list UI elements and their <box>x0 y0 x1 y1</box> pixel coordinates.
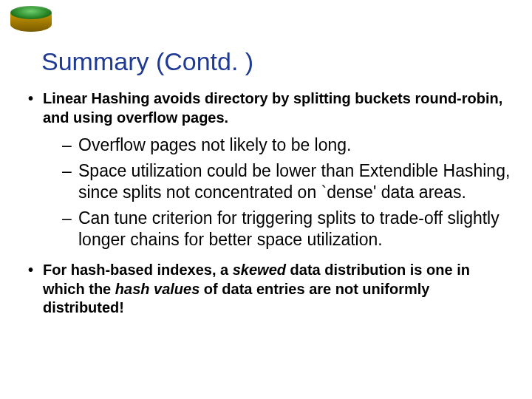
bullet-2: For hash-based indexes, a skewed data di… <box>27 261 511 318</box>
database-globe-icon <box>10 6 52 37</box>
bullet-1-sub-3: Can tune criterion for triggering splits… <box>62 208 511 250</box>
bullet-2-part-1: For hash-based indexes, a <box>43 262 233 278</box>
slide: Summary (Contd. ) Linear Hashing avoids … <box>0 0 532 399</box>
slide-title: Summary (Contd. ) <box>41 47 511 76</box>
bullet-1-sublist: Overflow pages not likely to be long. Sp… <box>62 134 511 250</box>
bullet-1-text: Linear Hashing avoids directory by split… <box>43 90 502 126</box>
bullet-2-skewed: skewed <box>233 262 286 278</box>
bullet-list: Linear Hashing avoids directory by split… <box>27 89 511 318</box>
bullet-2-hash-values: hash values <box>115 281 200 297</box>
bullet-1: Linear Hashing avoids directory by split… <box>27 89 511 250</box>
bullet-1-sub-2: Space utilization could be lower than Ex… <box>62 160 511 203</box>
bullet-1-sub-1: Overflow pages not likely to be long. <box>62 134 511 156</box>
